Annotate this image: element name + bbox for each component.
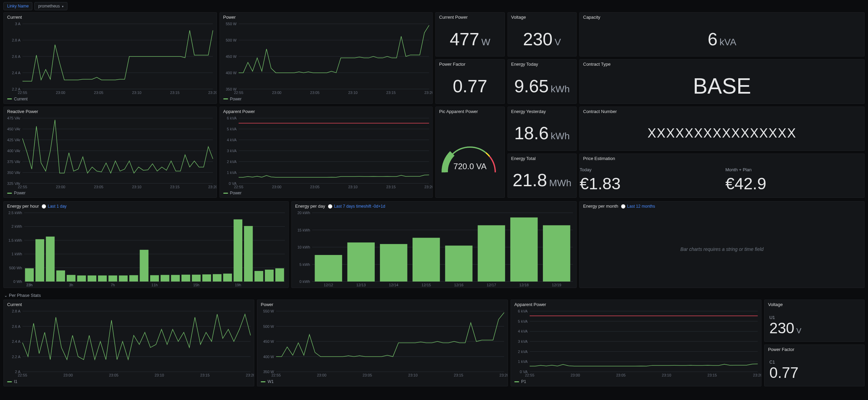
panel-contract-type[interactable]: Contract Type BASE (579, 59, 865, 103)
svg-text:450 W: 450 W (263, 339, 274, 343)
row-per-phase-stats[interactable]: Per Phase Stats (3, 291, 865, 299)
svg-text:475 VAr: 475 VAr (7, 116, 20, 120)
panel-energy-hour[interactable]: Energy per hour Last 1 day 0 Wh500 Wh1 k… (3, 201, 289, 288)
panel-apparent-ts[interactable]: Apparent Power 0 VA1 kVA2 kVA3 kVA4 kVA5… (220, 107, 433, 198)
svg-text:3 kVA: 3 kVA (518, 339, 528, 343)
svg-text:12/14: 12/14 (389, 283, 399, 287)
svg-text:23:20: 23:20 (499, 373, 508, 377)
svg-rect-98 (161, 275, 170, 282)
svg-text:23:20: 23:20 (424, 91, 432, 95)
panel-phase-current[interactable]: Current 2 A2.2 A2.4 A2.6 A2.8 A22:5523:0… (3, 300, 254, 386)
svg-text:550 W: 550 W (263, 309, 274, 313)
datasource-select[interactable]: prometheus (34, 2, 67, 10)
svg-rect-93 (109, 275, 117, 282)
chart-energy-day: 0 kWh5 kWh10 kWh15 kWh20 kWh12/1212/1312… (292, 211, 576, 288)
svg-text:23:10: 23:10 (132, 91, 142, 95)
svg-text:2.5 kWh: 2.5 kWh (9, 211, 22, 215)
panel-current-power[interactable]: Current Power 477W (435, 12, 505, 57)
svg-text:23:15: 23:15 (454, 373, 463, 377)
svg-rect-89 (67, 275, 76, 282)
svg-rect-102 (202, 274, 211, 282)
svg-text:12/17: 12/17 (487, 283, 496, 287)
panel-price-estimation[interactable]: Price Estimation Today €1.83 Month + Pla… (579, 154, 865, 198)
svg-rect-94 (119, 275, 128, 282)
svg-text:15h: 15h (193, 283, 199, 287)
svg-text:22:55: 22:55 (271, 373, 281, 377)
svg-rect-97 (150, 275, 159, 282)
svg-text:23:05: 23:05 (363, 373, 372, 377)
svg-rect-99 (171, 275, 180, 282)
svg-text:500 W: 500 W (226, 38, 237, 42)
legend-label: Power (230, 97, 242, 101)
variable-label: Linky Name (7, 4, 29, 9)
svg-text:400 W: 400 W (226, 71, 237, 75)
svg-text:3 kVA: 3 kVA (227, 148, 237, 153)
variable-linky-name[interactable]: Linky Name (3, 2, 32, 10)
svg-text:400 W: 400 W (263, 355, 274, 359)
svg-rect-95 (129, 275, 138, 282)
panel-reactive-ts[interactable]: Reactive Power 325 VAr350 VAr375 VAr400 … (3, 107, 217, 198)
svg-text:0 kWh: 0 kWh (300, 279, 310, 284)
panel-energy-today[interactable]: Energy Today 9.65kWh (508, 59, 577, 103)
svg-text:23h: 23h (26, 283, 32, 287)
svg-text:23:10: 23:10 (348, 91, 357, 95)
svg-text:23:05: 23:05 (94, 91, 103, 95)
svg-text:23:00: 23:00 (56, 91, 65, 95)
panel-phase-power[interactable]: Power 350 W400 W450 W500 W550 W22:5523:0… (257, 300, 508, 386)
svg-text:23:15: 23:15 (170, 185, 180, 189)
panel-phase-pf[interactable]: Power Factor C1 0.77 (764, 345, 865, 387)
panel-title: Current (4, 13, 216, 22)
svg-text:5 kVA: 5 kVA (227, 127, 237, 131)
panel-phase-apparent[interactable]: Apparent Power 0 VA1 kVA2 kVA3 kVA4 kVA5… (511, 300, 761, 386)
svg-text:2.8 A: 2.8 A (12, 38, 21, 42)
panel-voltage[interactable]: Voltage 230V (508, 12, 577, 57)
svg-rect-104 (223, 274, 232, 282)
svg-text:23:10: 23:10 (132, 185, 142, 189)
svg-text:1.5 kWh: 1.5 kWh (9, 238, 22, 242)
svg-text:2.2 A: 2.2 A (12, 355, 21, 359)
svg-rect-128 (347, 242, 374, 282)
svg-rect-133 (510, 218, 537, 282)
svg-text:4 kVA: 4 kVA (227, 138, 237, 142)
svg-rect-134 (543, 225, 570, 282)
panel-pic-apparent[interactable]: Pic Apparent Power 720.0 VA (435, 107, 505, 198)
panel-energy-day[interactable]: Energy per day Last 7 days timeshift -0d… (291, 201, 577, 288)
panel-contract-number[interactable]: Contract Number XXXXXXXXXXXXXXXX (579, 107, 865, 151)
svg-rect-88 (56, 270, 65, 282)
svg-text:12/19: 12/19 (552, 283, 561, 287)
panel-power-factor[interactable]: Power Factor 0.77 (435, 59, 505, 103)
price-plan-value: €42.9 (725, 174, 766, 193)
svg-text:23:05: 23:05 (616, 373, 626, 377)
chart-power: 350 W400 W450 W500 W550 W22:5523:0023:05… (220, 22, 433, 95)
svg-text:12/16: 12/16 (454, 283, 464, 287)
svg-text:1 kVA: 1 kVA (227, 170, 237, 174)
price-plan-label: Month + Plan (725, 167, 752, 172)
svg-text:23:20: 23:20 (424, 185, 432, 189)
svg-rect-127 (315, 255, 342, 282)
panel-energy-month[interactable]: Energy per month Last 12 months Bar char… (579, 201, 865, 288)
svg-text:22:55: 22:55 (234, 91, 243, 95)
panel-phase-voltage[interactable]: Voltage U1 230V (764, 300, 865, 342)
svg-text:2 kVA: 2 kVA (227, 159, 237, 163)
svg-rect-129 (380, 244, 407, 282)
svg-text:23:00: 23:00 (272, 185, 282, 189)
svg-text:23:15: 23:15 (707, 373, 717, 377)
svg-text:15 kWh: 15 kWh (298, 228, 310, 232)
panel-energy-yesterday[interactable]: Energy Yesterday 18.6kWh (508, 107, 577, 151)
svg-text:23:15: 23:15 (200, 373, 210, 377)
panel-capacity[interactable]: Capacity 6kVA (579, 12, 865, 57)
svg-text:11h: 11h (151, 283, 158, 287)
svg-text:20 kWh: 20 kWh (298, 211, 310, 215)
price-today-label: Today (580, 167, 592, 172)
panel-current-ts[interactable]: Current 2.2 A2.4 A2.6 A2.8 A3 A22:5523:0… (3, 12, 217, 104)
svg-text:7h: 7h (111, 283, 115, 287)
svg-rect-85 (25, 268, 34, 282)
svg-text:12/13: 12/13 (356, 283, 366, 287)
svg-rect-105 (234, 219, 242, 282)
svg-text:350 VAr: 350 VAr (7, 170, 20, 174)
svg-text:0 Wh: 0 Wh (13, 279, 22, 284)
panel-power-ts[interactable]: Power 350 W400 W450 W500 W550 W22:5523:0… (220, 12, 433, 104)
svg-text:12/12: 12/12 (324, 283, 333, 287)
svg-rect-101 (192, 275, 201, 282)
panel-energy-total[interactable]: Energy Total 21.8MWh (508, 154, 577, 198)
